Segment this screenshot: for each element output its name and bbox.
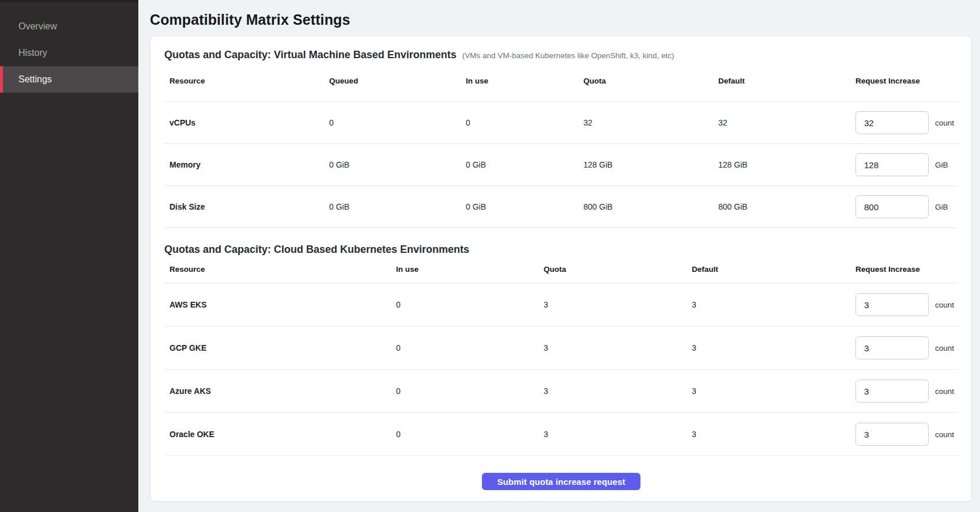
submit-row: Submit quota increase request <box>164 456 958 490</box>
default-value: 3 <box>687 300 850 309</box>
in-use-value: 0 <box>461 118 578 127</box>
app-window: Overview History Settings Compatibility … <box>0 0 980 512</box>
quota-value: 32 <box>578 118 713 127</box>
column-header-resource: Resource <box>164 265 391 274</box>
column-header-request-increase: Request Increase <box>850 265 958 274</box>
table-row-disk-size: Disk Size 0 GiB 0 GiB 800 GiB 800 GiB Gi… <box>164 186 958 228</box>
column-header-queued: Queued <box>324 77 461 85</box>
table-row-oracle-oke: Oracle OKE 0 3 3 count <box>164 413 958 456</box>
column-header-default: Default <box>687 265 850 274</box>
column-header-quota: Quota <box>538 265 687 274</box>
quota-value: 800 GiB <box>578 202 713 211</box>
resource-name: AWS EKS <box>164 300 391 309</box>
resource-name: vCPUs <box>164 118 324 127</box>
queued-value: 0 <box>324 118 461 127</box>
vcpus-request-input[interactable] <box>855 111 929 134</box>
column-header-quota: Quota <box>578 77 713 85</box>
default-value: 3 <box>687 386 850 396</box>
vm-quota-table: Resource Queued In use Quota Default Req… <box>164 60 958 228</box>
table-row-aws-eks: AWS EKS 0 3 3 count <box>164 283 958 327</box>
table-row-vcpus: vCPUs 0 0 32 32 count <box>164 102 958 144</box>
unit-label: count <box>935 119 954 127</box>
sidebar: Overview History Settings <box>0 0 138 512</box>
resource-name: GCP GKE <box>164 343 391 352</box>
default-value: 32 <box>713 118 850 127</box>
table-row-gcp-gke: GCP GKE 0 3 3 count <box>164 327 958 370</box>
gcp-gke-request-input[interactable] <box>855 336 929 359</box>
table-row-memory: Memory 0 GiB 0 GiB 128 GiB 128 GiB GiB <box>164 144 958 186</box>
sidebar-item-label: Overview <box>18 21 57 32</box>
active-item-marker <box>0 66 3 93</box>
quota-value: 3 <box>538 386 687 396</box>
vm-section-title: Quotas and Capacity: Virtual Machine Bas… <box>164 49 457 60</box>
sidebar-item-label: Settings <box>18 74 52 85</box>
resource-name: Disk Size <box>164 202 324 211</box>
cloud-section-header: Quotas and Capacity: Cloud Based Kuberne… <box>164 228 958 255</box>
column-header-default: Default <box>713 77 850 85</box>
cloud-table-header-row: Resource In use Quota Default Request In… <box>164 255 958 283</box>
default-value: 128 GiB <box>713 160 850 169</box>
column-header-request-increase: Request Increase <box>850 77 958 85</box>
aws-eks-request-input[interactable] <box>855 293 929 316</box>
sidebar-item-overview[interactable]: Overview <box>0 13 138 40</box>
quota-value: 3 <box>538 343 687 352</box>
unit-label: count <box>935 344 954 352</box>
disk-size-request-input[interactable] <box>855 195 929 218</box>
quota-value: 3 <box>538 300 687 309</box>
resource-name: Memory <box>164 160 324 169</box>
in-use-value: 0 <box>391 430 538 439</box>
memory-request-input[interactable] <box>855 153 929 176</box>
cloud-section-title: Quotas and Capacity: Cloud Based Kuberne… <box>164 244 469 255</box>
unit-label: count <box>935 430 954 439</box>
column-header-resource: Resource <box>164 77 324 85</box>
sidebar-item-label: History <box>18 48 47 58</box>
unit-label: GiB <box>935 161 948 169</box>
in-use-value: 0 <box>391 300 538 309</box>
page-title: Compatibility Matrix Settings <box>150 12 972 28</box>
sidebar-item-settings[interactable]: Settings <box>0 66 138 93</box>
default-value: 3 <box>687 343 850 352</box>
quota-value: 128 GiB <box>578 160 713 169</box>
in-use-value: 0 GiB <box>461 160 578 169</box>
oracle-oke-request-input[interactable] <box>855 423 929 446</box>
default-value: 800 GiB <box>713 202 850 211</box>
queued-value: 0 GiB <box>324 202 461 211</box>
sidebar-item-history[interactable]: History <box>0 40 138 66</box>
column-header-in-use: In use <box>461 77 578 85</box>
quota-value: 3 <box>538 430 687 439</box>
in-use-value: 0 <box>391 343 538 352</box>
submit-quota-increase-button[interactable]: Submit quota increase request <box>482 473 640 490</box>
unit-label: count <box>935 387 954 396</box>
resource-name: Azure AKS <box>164 386 391 396</box>
main-content: Compatibility Matrix Settings Quotas and… <box>138 0 980 512</box>
table-row-azure-aks: Azure AKS 0 3 3 count <box>164 370 958 413</box>
in-use-value: 0 <box>391 386 538 396</box>
unit-label: GiB <box>935 203 948 211</box>
resource-name: Oracle OKE <box>164 430 391 439</box>
vm-section-header: Quotas and Capacity: Virtual Machine Bas… <box>164 36 958 60</box>
vm-section-subtitle: (VMs and VM-based Kubernetes like OpenSh… <box>462 51 674 60</box>
default-value: 3 <box>687 430 850 439</box>
cloud-quota-table: Resource In use Quota Default Request In… <box>164 255 958 456</box>
unit-label: count <box>935 301 954 309</box>
in-use-value: 0 GiB <box>461 202 578 211</box>
azure-aks-request-input[interactable] <box>855 380 929 403</box>
queued-value: 0 GiB <box>324 160 461 169</box>
vm-table-header-row: Resource Queued In use Quota Default Req… <box>164 60 958 102</box>
column-header-in-use: In use <box>391 265 538 274</box>
settings-card: Quotas and Capacity: Virtual Machine Bas… <box>150 36 972 502</box>
